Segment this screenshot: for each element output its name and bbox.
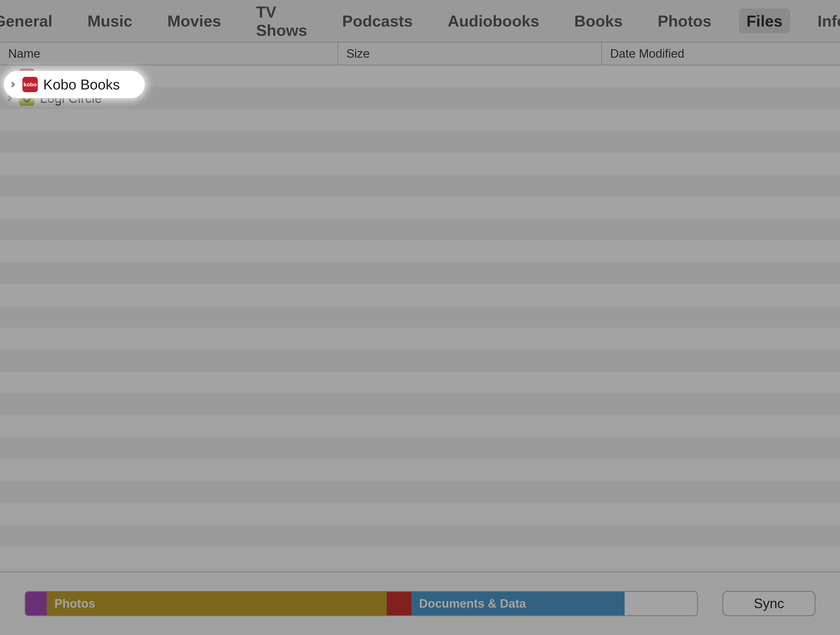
column-name[interactable]: Name: [0, 43, 338, 65]
tab-files[interactable]: Files: [739, 8, 790, 33]
file-rows: kobo Kobo Books Logi Circle: [0, 65, 840, 572]
tab-books[interactable]: Books: [567, 8, 630, 33]
tab-general[interactable]: General: [0, 8, 60, 33]
device-tabbar: General Music Movies TV Shows Podcasts A…: [0, 0, 840, 43]
file-list[interactable]: kobo Kobo Books Logi Circle: [0, 65, 840, 572]
file-row-label: Kobo Books: [43, 76, 120, 93]
storage-seg-photos: Photos: [47, 592, 387, 615]
column-date-modified[interactable]: Date Modified: [602, 43, 840, 65]
storage-seg-other: [25, 592, 47, 615]
file-columns-header: Name Size Date Modified: [0, 43, 840, 65]
tab-tv-shows[interactable]: TV Shows: [248, 0, 315, 43]
tab-movies[interactable]: Movies: [159, 8, 229, 33]
sync-button[interactable]: Sync: [722, 591, 815, 616]
column-size[interactable]: Size: [338, 43, 602, 65]
tab-audiobooks[interactable]: Audiobooks: [440, 8, 547, 33]
chevron-right-icon[interactable]: [9, 81, 17, 89]
tab-photos[interactable]: Photos: [650, 8, 719, 33]
spotlight-highlight: kobo Kobo Books: [4, 71, 145, 98]
storage-seg-docs: Documents & Data: [411, 592, 625, 615]
tab-podcasts[interactable]: Podcasts: [335, 8, 420, 33]
footer: Photos Documents & Data Sync: [0, 572, 840, 635]
storage-bar[interactable]: Photos Documents & Data: [25, 591, 698, 616]
tab-info[interactable]: Info: [810, 8, 840, 33]
tab-music[interactable]: Music: [80, 8, 140, 33]
storage-seg-free: [625, 592, 697, 615]
storage-seg-apps: [387, 592, 411, 615]
kobo-icon: kobo: [22, 77, 38, 92]
